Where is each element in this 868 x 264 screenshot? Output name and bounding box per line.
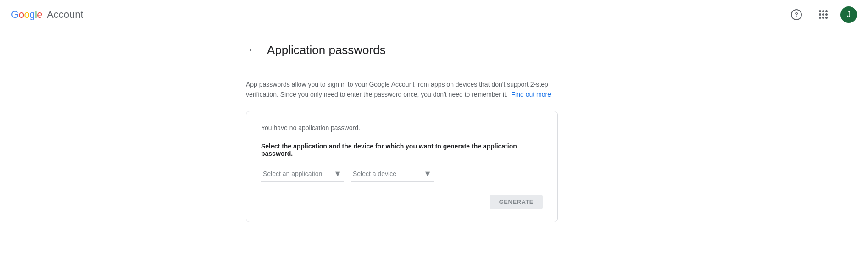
description: App passwords allow you to sign in to yo… (246, 66, 558, 111)
grid-dot (819, 10, 821, 12)
avatar-letter: J (847, 11, 851, 19)
app-password-card: You have no application password. Select… (246, 111, 558, 222)
logo-o2: o (24, 9, 29, 21)
select-prompt: Select the application and the device fo… (261, 143, 543, 157)
grid-dot (825, 13, 828, 16)
page-content: ← Application passwords App passwords al… (228, 29, 640, 222)
device-dropdown-label: Select a device (353, 170, 422, 177)
grid-dot (819, 13, 821, 16)
generate-button[interactable]: GENERATE (490, 195, 543, 209)
device-dropdown[interactable]: Select a device ▼ (351, 166, 434, 182)
grid-icon (819, 10, 828, 19)
logo-g2: g (29, 9, 35, 21)
help-icon: ? (791, 9, 802, 20)
find-out-more-link[interactable]: Find out more (512, 91, 551, 98)
logo-e: e (37, 9, 42, 21)
page-title: Application passwords (267, 43, 386, 57)
page-title-row: ← Application passwords (246, 29, 622, 66)
app-dropdown-label: Select an application (263, 170, 332, 177)
app-dropdown[interactable]: Select an application ▼ (261, 166, 344, 182)
grid-dot (825, 16, 828, 19)
logo-g: G (11, 9, 19, 21)
header-right: ? J (787, 6, 857, 24)
no-password-text: You have no application password. (261, 124, 543, 132)
header-left: G o o g l e Account (11, 9, 83, 21)
description-text: App passwords allow you to sign in to yo… (246, 81, 548, 98)
selects-row: Select an application ▼ Select a device … (261, 166, 543, 182)
back-button[interactable]: ← (246, 42, 260, 58)
grid-dot (819, 16, 821, 19)
apps-button[interactable] (814, 6, 832, 24)
grid-dot (822, 16, 824, 19)
grid-dot (822, 10, 824, 12)
logo-o1: o (19, 9, 24, 21)
back-arrow-icon: ← (248, 44, 258, 56)
google-logo: G o o g l e (11, 9, 42, 21)
device-dropdown-arrow-icon: ▼ (423, 169, 432, 179)
header: G o o g l e Account ? J (0, 0, 868, 29)
help-button[interactable]: ? (787, 6, 806, 24)
logo-account-text: Account (47, 9, 83, 21)
app-dropdown-arrow-icon: ▼ (334, 169, 342, 179)
avatar-button[interactable]: J (840, 6, 857, 23)
grid-dot (822, 13, 824, 16)
card-footer: GENERATE (261, 195, 543, 209)
grid-dot (825, 10, 828, 12)
